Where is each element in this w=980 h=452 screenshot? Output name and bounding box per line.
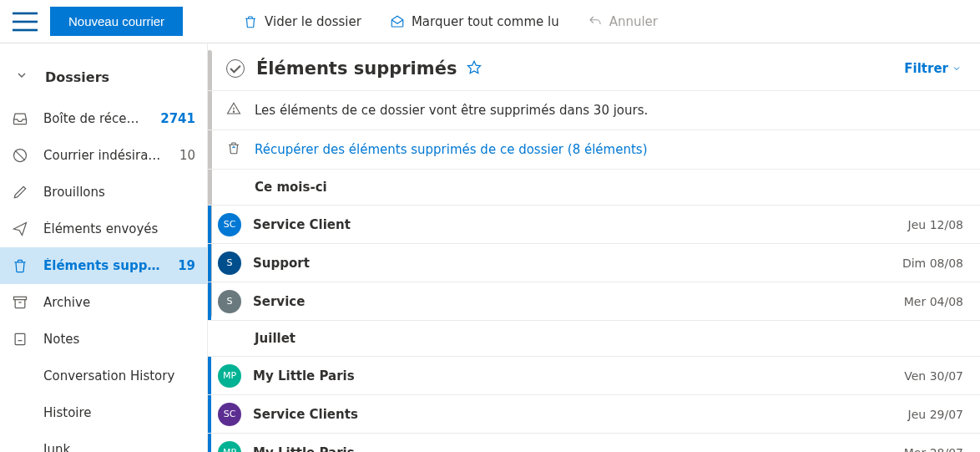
retention-text: Les éléments de ce dossier vont être sup…	[255, 103, 648, 118]
mark-all-read-button[interactable]: Marquer tout comme lu	[380, 9, 569, 34]
undo-icon	[588, 14, 603, 29]
recover-text: Récupérer des éléments supprimés de ce d…	[255, 142, 647, 157]
folders-toggle[interactable]: Dossiers	[0, 60, 207, 100]
folder-item-bo-te-de-r-cep[interactable]: Boîte de récep…2741	[0, 100, 207, 137]
unread-indicator	[208, 357, 211, 394]
filter-label: Filtrer	[904, 61, 948, 76]
block-icon	[12, 147, 28, 164]
top-toolbar: Nouveau courrier Vider le dossier Marque…	[0, 0, 980, 43]
folder-label: Junk	[43, 442, 195, 452]
folder-item-brouillons[interactable]: Brouillons	[0, 174, 207, 211]
sender-name: Service	[253, 294, 904, 309]
message-pane: Éléments supprimés Filtrer Les éléments …	[207, 43, 980, 452]
folder-count: 2741	[160, 111, 195, 126]
sender-name: My Little Paris	[253, 368, 904, 383]
svg-rect-5	[14, 297, 27, 299]
retention-info: Les éléments de ce dossier vont être sup…	[208, 90, 980, 130]
filter-button[interactable]: Filtrer	[904, 61, 962, 76]
message-date: Jeu 12/08	[908, 218, 963, 231]
folder-count: 10	[179, 148, 195, 163]
unread-indicator	[208, 206, 211, 243]
pencil-icon	[12, 184, 28, 201]
select-all-toggle[interactable]	[226, 59, 245, 78]
sender-name: My Little Paris	[253, 445, 904, 453]
folder-label: Courrier indésira…	[43, 148, 164, 163]
avatar: MP	[218, 364, 241, 388]
unread-indicator	[208, 282, 211, 320]
inbox-icon	[12, 110, 28, 127]
folder-sidebar: Dossiers Boîte de récep…2741Courrier ind…	[0, 43, 207, 452]
trash-icon	[243, 14, 258, 29]
folder-item-conversation-history[interactable]: Conversation History	[0, 358, 207, 394]
svg-line-4	[15, 150, 25, 160]
folder-item-junk[interactable]: Junk	[0, 431, 207, 452]
recover-items-link[interactable]: Récupérer des éléments supprimés de ce d…	[208, 130, 980, 169]
svg-rect-7	[15, 333, 25, 344]
empty-folder-button[interactable]: Vider le dossier	[233, 9, 371, 34]
note-icon	[12, 331, 28, 348]
message-date: Mer 04/08	[904, 295, 963, 308]
folders-header-label: Dossiers	[45, 69, 109, 85]
message-row[interactable]: SSupportDim 08/08	[208, 243, 980, 282]
folder-label: Conversation History	[43, 368, 195, 383]
message-date: Mer 28/07	[904, 446, 963, 453]
empty-folder-label: Vider le dossier	[265, 14, 361, 29]
chevron-down-icon	[15, 69, 28, 85]
trash-icon	[12, 257, 28, 274]
message-date: Jeu 29/07	[908, 408, 963, 421]
folder-count: 19	[178, 258, 195, 273]
message-date: Ven 30/07	[904, 369, 963, 383]
svg-marker-9	[468, 61, 481, 73]
hamburger-button[interactable]	[8, 5, 42, 38]
mark-all-read-label: Marquer tout comme lu	[412, 14, 559, 29]
unread-indicator	[208, 395, 211, 433]
folder-item-notes[interactable]: Notes	[0, 321, 207, 358]
avatar: SC	[218, 403, 241, 426]
message-row[interactable]: SCService ClientsJeu 29/07	[208, 394, 980, 433]
send-icon	[12, 221, 28, 237]
folder-label: Archive	[43, 295, 195, 310]
message-row[interactable]: SCService ClientJeu 12/08	[208, 205, 980, 243]
avatar: S	[218, 251, 241, 275]
avatar: SC	[218, 213, 241, 236]
avatar: MP	[218, 441, 241, 453]
page-title: Éléments supprimés	[256, 58, 457, 79]
mail-open-icon	[390, 14, 405, 29]
folder-label: Histoire	[43, 405, 195, 420]
undo-label: Annuler	[609, 14, 658, 29]
folder-item-archive[interactable]: Archive	[0, 284, 207, 321]
folder-item-courrier-ind-sira[interactable]: Courrier indésira…10	[0, 137, 207, 174]
message-row[interactable]: MPMy Little ParisMer 28/07	[208, 433, 980, 452]
group-header[interactable]: Ce mois-ci	[208, 169, 980, 205]
favorite-star-icon[interactable]	[467, 59, 482, 78]
folder-label: Boîte de récep…	[43, 111, 145, 126]
folder-label: Notes	[43, 332, 195, 347]
avatar: S	[218, 290, 241, 313]
message-row[interactable]: MPMy Little ParisVen 30/07	[208, 356, 980, 394]
folder-item-l-ments-envoy-s[interactable]: Éléments envoyés	[0, 211, 207, 247]
folder-label: Brouillons	[43, 185, 195, 200]
archive-icon	[12, 294, 28, 311]
unread-indicator	[208, 434, 211, 452]
folder-item-l-ments-suppri[interactable]: Éléments suppri…19	[0, 247, 207, 284]
content-header: Éléments supprimés Filtrer	[208, 43, 980, 90]
folder-label: Éléments envoyés	[43, 221, 195, 236]
new-mail-button[interactable]: Nouveau courrier	[50, 7, 183, 36]
warning-icon	[226, 101, 241, 119]
undo-button: Annuler	[578, 9, 668, 34]
message-date: Dim 08/08	[902, 256, 963, 270]
sender-name: Service Clients	[253, 407, 908, 422]
group-header[interactable]: Juillet	[208, 320, 980, 356]
folder-item-histoire[interactable]: Histoire	[0, 394, 207, 431]
recover-icon	[226, 140, 241, 159]
svg-point-11	[233, 111, 234, 112]
folder-label: Éléments suppri…	[43, 258, 163, 273]
sender-name: Support	[253, 256, 902, 271]
unread-indicator	[208, 244, 211, 282]
message-row[interactable]: SServiceMer 04/08	[208, 282, 980, 320]
sender-name: Service Client	[253, 217, 908, 232]
